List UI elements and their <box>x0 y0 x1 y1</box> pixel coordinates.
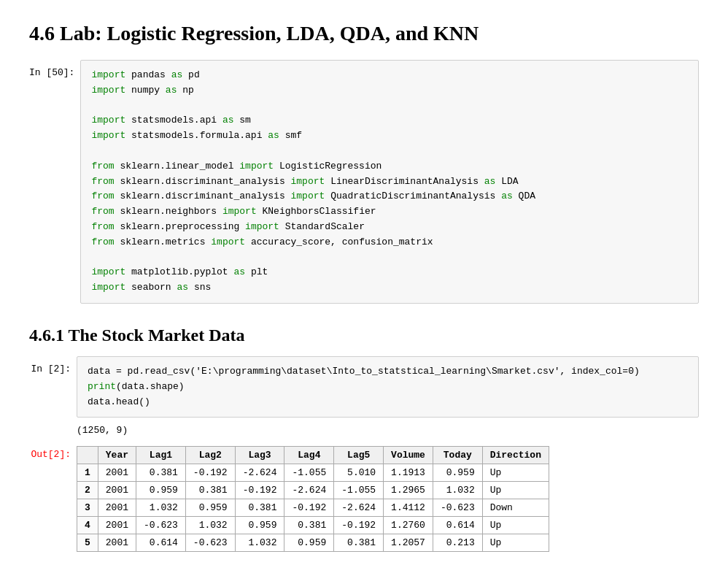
output-2: Out[2]: Year Lag1 Lag2 Lag3 Lag4 Lag5 Vo… <box>29 446 699 552</box>
cell-2-label: In [2]: <box>29 356 77 374</box>
code-line: import seaborn as sns <box>91 280 688 296</box>
table-row: 520010.614-0.6231.0320.9590.3811.20570.2… <box>77 534 549 552</box>
keyword-from: from <box>91 237 114 247</box>
table-cell: 0.959 <box>284 534 334 552</box>
subsection-title: 4.6.1 The Stock Market Data <box>29 326 699 345</box>
shape-output: (1250, 9) <box>77 425 128 436</box>
col-header-lag3: Lag3 <box>235 447 284 464</box>
table-row: 220010.9590.381-0.192-2.624-1.0551.29651… <box>77 482 549 499</box>
table-cell: -2.624 <box>284 482 334 499</box>
col-header-volume: Volume <box>384 447 433 464</box>
table-cell: -1.055 <box>334 482 384 499</box>
table-cell: 1.2057 <box>384 534 433 552</box>
table-cell: -0.623 <box>433 499 482 517</box>
table-cell: Up <box>482 482 549 499</box>
col-header-lag4: Lag4 <box>284 447 334 464</box>
keyword-import: import <box>91 266 125 277</box>
code-line: import pandas as pd <box>91 68 688 83</box>
table-cell: -0.192 <box>185 464 235 482</box>
keyword-from: from <box>91 221 114 232</box>
keyword-from: from <box>91 191 114 201</box>
cell-50-label: In [50]: <box>29 60 80 78</box>
keyword-import: import <box>91 115 125 126</box>
code-line: from sklearn.neighbors import KNeighbors… <box>91 204 688 220</box>
keyword-as-1: as <box>171 69 183 80</box>
table-cell: -0.192 <box>235 482 284 499</box>
table-cell: 4 <box>77 517 98 534</box>
code-line: from sklearn.discriminant_analysis impor… <box>91 174 688 190</box>
table-cell: 0.381 <box>235 499 284 517</box>
table-cell: 2001 <box>98 517 136 534</box>
table-cell: 0.381 <box>334 534 384 552</box>
keyword-from: from <box>91 206 114 217</box>
page-title: 4.6 Lab: Logistic Regression, LDA, QDA, … <box>29 22 699 45</box>
table-cell: 1 <box>77 464 98 482</box>
data-table: Year Lag1 Lag2 Lag3 Lag4 Lag5 Volume Tod… <box>77 446 549 552</box>
table-cell: 1.032 <box>433 482 482 499</box>
keyword-import: import <box>222 206 257 217</box>
table-cell: 1.2760 <box>384 517 433 534</box>
table-cell: 1.032 <box>185 517 235 534</box>
table-cell: 2001 <box>98 482 136 499</box>
table-cell: 2001 <box>98 499 136 517</box>
col-header-lag2: Lag2 <box>185 447 235 464</box>
table-cell: 0.959 <box>433 464 482 482</box>
table-cell: -0.192 <box>284 499 334 517</box>
table-cell: 0.213 <box>433 534 482 552</box>
table-row: 320011.0320.9590.381-0.192-2.6241.4112-0… <box>77 499 549 517</box>
col-header-lag1: Lag1 <box>136 447 186 464</box>
keyword-import: import <box>91 282 125 293</box>
col-header-direction: Direction <box>482 447 549 464</box>
table-cell: 0.959 <box>136 482 186 499</box>
code-line: data = pd.read_csv('E:\programming\datas… <box>88 364 688 380</box>
keyword-from: from <box>91 176 114 187</box>
code-line: from sklearn.preprocessing import Standa… <box>91 220 688 235</box>
table-cell: Down <box>482 499 549 517</box>
table-cell: 0.959 <box>185 499 235 517</box>
cell-2-code[interactable]: data = pd.read_csv('E:\programming\datas… <box>77 356 699 418</box>
code-line: from sklearn.linear_model import Logisti… <box>91 159 688 174</box>
table-cell: 0.381 <box>185 482 235 499</box>
cell-50-code[interactable]: import pandas as pd import numpy as np i… <box>80 60 699 304</box>
keyword-as-3: as <box>222 115 234 126</box>
col-header-year: Year <box>98 447 136 464</box>
table-cell: -0.192 <box>334 517 384 534</box>
code-line: import matplotlib.pyplot as plt <box>91 265 688 280</box>
cell-50: In [50]: import pandas as pd import nump… <box>29 60 699 304</box>
table-cell: 3 <box>77 499 98 517</box>
table-cell: 2001 <box>98 464 136 482</box>
code-line: data.head() <box>88 395 688 410</box>
table-cell: 1.032 <box>235 534 284 552</box>
table-cell: 5.010 <box>334 464 384 482</box>
keyword-as-7: as <box>233 266 245 277</box>
keyword-import: import <box>291 176 325 187</box>
table-row: 42001-0.6231.0320.9590.381-0.1921.27600.… <box>77 517 549 534</box>
table-cell: Up <box>482 464 549 482</box>
table-row: 120010.381-0.192-2.624-1.0555.0101.19130… <box>77 464 549 482</box>
table-cell: -2.624 <box>334 499 384 517</box>
col-header-index <box>77 447 98 464</box>
table-cell: 2 <box>77 482 98 499</box>
keyword-import: import <box>91 130 125 141</box>
table-cell: 2001 <box>98 534 136 552</box>
keyword-print: print <box>88 381 116 392</box>
table-cell: Up <box>482 534 549 552</box>
table-cell: 0.959 <box>235 517 284 534</box>
table-cell: -0.623 <box>185 534 235 552</box>
table-cell: 1.032 <box>136 499 186 517</box>
keyword-as-4: as <box>268 130 279 141</box>
table-cell: 0.381 <box>284 517 334 534</box>
table-cell: 1.4112 <box>384 499 433 517</box>
code-line: print(data.shape) <box>88 380 688 395</box>
code-line: import statsmodels.formula.api as smf <box>91 128 688 144</box>
keyword-import: import <box>245 221 279 232</box>
table-cell: 1.1913 <box>384 464 433 482</box>
col-header-today: Today <box>433 447 482 464</box>
keyword-import: import <box>91 85 125 96</box>
table-cell: 1.2965 <box>384 482 433 499</box>
table-cell: 0.614 <box>433 517 482 534</box>
col-header-lag5: Lag5 <box>334 447 384 464</box>
cell-2: In [2]: data = pd.read_csv('E:\programmi… <box>29 356 699 418</box>
table-cell: 0.381 <box>136 464 186 482</box>
table-cell: Up <box>482 517 549 534</box>
